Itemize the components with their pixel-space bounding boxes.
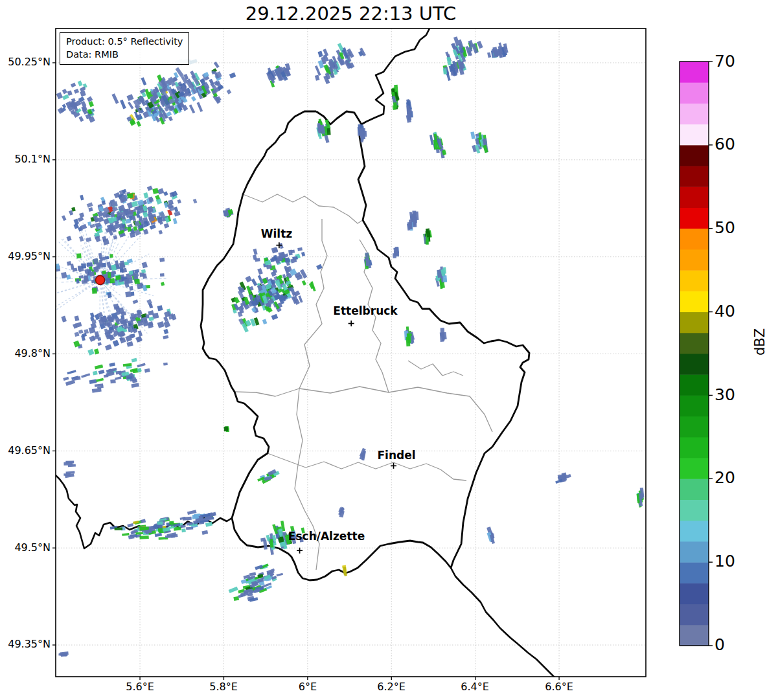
colorbar-tick-label: 0 xyxy=(715,635,760,654)
canton-border xyxy=(295,389,319,570)
colorbar-tick-label: 30 xyxy=(715,385,760,404)
colorbar-tick-label: 70 xyxy=(715,52,760,71)
map-plot-area xyxy=(36,28,646,677)
lat-tick-label: 49.35°N xyxy=(0,638,51,650)
city-label-findel: Findel xyxy=(332,449,461,462)
colorbar-tick-label: 50 xyxy=(715,218,760,237)
colorbar-tick-label: 60 xyxy=(715,135,760,153)
lon-tick-label: 6.6°E xyxy=(530,681,588,693)
radar-figure: 29.12.2025 22:13 UTC Product: 0.5° Refle… xyxy=(0,0,767,700)
city-label-wiltz: Wiltz xyxy=(212,227,341,240)
radar-map-canvas xyxy=(0,0,767,700)
canton-border xyxy=(235,387,492,432)
canton-border xyxy=(243,194,363,223)
lat-tick-label: 49.8°N xyxy=(0,347,51,359)
border-belgium-germany xyxy=(361,28,429,124)
lon-tick-label: 6.4°E xyxy=(446,681,504,693)
plot-frame xyxy=(56,28,646,677)
data-source-line: Data: RMIB xyxy=(66,48,183,61)
city-label-esch: Esch/Alzette xyxy=(262,530,391,543)
colorbar xyxy=(680,62,713,646)
city-label-ettelbruck: Ettelbruck xyxy=(301,304,430,317)
canton-border xyxy=(299,219,327,389)
colorbar-axis-label: dBZ xyxy=(752,319,767,365)
city-marker xyxy=(297,548,303,554)
radar-site-marker xyxy=(96,276,105,285)
lon-tick-label: 5.6°E xyxy=(111,681,169,693)
lat-tick-label: 49.5°N xyxy=(0,541,51,554)
lat-tick-label: 50.1°N xyxy=(0,153,51,165)
lat-tick-label: 50.25°N xyxy=(0,56,51,68)
canton-border xyxy=(408,361,463,376)
lon-tick-label: 6°E xyxy=(279,681,337,693)
colorbar-tick-label: 40 xyxy=(715,302,760,321)
product-info-box: Product: 0.5° Reflectivity Data: RMIB xyxy=(60,32,189,65)
lon-tick-label: 5.8°E xyxy=(194,681,253,693)
lat-tick-label: 49.95°N xyxy=(0,250,51,262)
colorbar-tick-label: 20 xyxy=(715,468,760,487)
product-line: Product: 0.5° Reflectivity xyxy=(66,35,183,48)
city-marker xyxy=(349,321,354,326)
colorbar-tick-label: 10 xyxy=(715,552,760,570)
reflectivity-echoes xyxy=(46,36,644,657)
border-france-germany xyxy=(451,568,555,677)
lat-tick-label: 49.65°N xyxy=(0,444,51,457)
border-luxembourg xyxy=(201,111,529,580)
page-title: 29.12.2025 22:13 UTC xyxy=(56,3,646,25)
lon-tick-label: 6.2°E xyxy=(362,681,420,693)
